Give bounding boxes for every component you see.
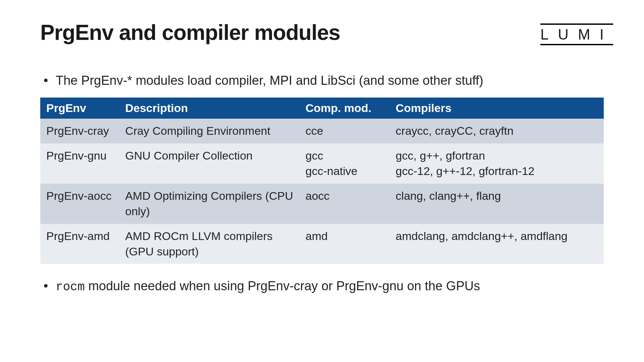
cell-prgenv: PrgEnv-amd (40, 224, 119, 264)
cell-mod-line: amd (306, 229, 384, 244)
cell-desc: Cray Compiling Environment (119, 119, 300, 143)
cell-mod: cce (300, 119, 390, 143)
th-prgenv: PrgEnv (40, 98, 119, 119)
cell-mod: aocc (300, 184, 390, 224)
th-compilers: Compilers (390, 98, 604, 119)
table-row: PrgEnv-aocc AMD Optimizing Compilers (CP… (40, 184, 604, 224)
cell-comp-line: amdclang, amdclang++, amdflang (396, 229, 598, 244)
table-row: PrgEnv-amd AMD ROCm LLVM compilers (GPU … (40, 224, 604, 264)
cell-compilers: clang, clang++, flang (390, 184, 604, 224)
cell-mod: gcc gcc-native (300, 143, 390, 184)
cell-prgenv: PrgEnv-aocc (40, 184, 119, 224)
bullet-bottom-text: module needed when using PrgEnv-cray or … (85, 279, 480, 293)
cell-compilers: amdclang, amdclang++, amdflang (390, 224, 604, 264)
cell-desc: AMD Optimizing Compilers (CPU only) (119, 184, 300, 224)
lumi-logo: LUMI (540, 23, 613, 45)
cell-compilers: gcc, g++, gfortran gcc-12, g++-12, gfort… (390, 143, 604, 184)
cell-mod: amd (300, 224, 390, 264)
bullet-top: The PrgEnv-* modules load compiler, MPI … (44, 72, 604, 89)
bullet-bottom-code: rocm (56, 280, 85, 294)
cell-prgenv: PrgEnv-cray (40, 119, 119, 143)
header-row: PrgEnv and compiler modules LUMI (40, 20, 604, 58)
cell-mod-line: gcc-native (306, 164, 384, 179)
cell-compilers: craycc, crayCC, crayftn (390, 119, 604, 143)
cell-desc: GNU Compiler Collection (119, 143, 300, 184)
th-description: Description (119, 98, 300, 119)
bullet-bottom: rocm module needed when using PrgEnv-cra… (44, 277, 604, 296)
table-header-row: PrgEnv Description Comp. mod. Compilers (40, 98, 604, 119)
cell-comp-line: craycc, crayCC, crayftn (396, 123, 598, 139)
cell-comp-line: gcc-12, g++-12, gfortran-12 (396, 164, 598, 179)
slide: PrgEnv and compiler modules LUMI The Prg… (0, 0, 644, 362)
slide-title: PrgEnv and compiler modules (40, 20, 340, 45)
cell-mod-line: aocc (306, 188, 384, 204)
cell-mod-line: gcc (306, 148, 384, 164)
th-comp-mod: Comp. mod. (300, 98, 390, 119)
cell-desc: AMD ROCm LLVM compilers (GPU support) (119, 224, 300, 264)
cell-comp-line: gcc, g++, gfortran (396, 148, 598, 164)
bullet-list-bottom: rocm module needed when using PrgEnv-cra… (44, 277, 604, 296)
prgenv-table: PrgEnv Description Comp. mod. Compilers … (40, 98, 604, 264)
cell-mod-line: cce (306, 123, 384, 139)
cell-prgenv: PrgEnv-gnu (40, 143, 119, 184)
table-row: PrgEnv-cray Cray Compiling Environment c… (40, 119, 604, 143)
cell-comp-line: clang, clang++, flang (396, 188, 598, 204)
table-row: PrgEnv-gnu GNU Compiler Collection gcc g… (40, 143, 604, 184)
bullet-list-top: The PrgEnv-* modules load compiler, MPI … (44, 72, 604, 89)
